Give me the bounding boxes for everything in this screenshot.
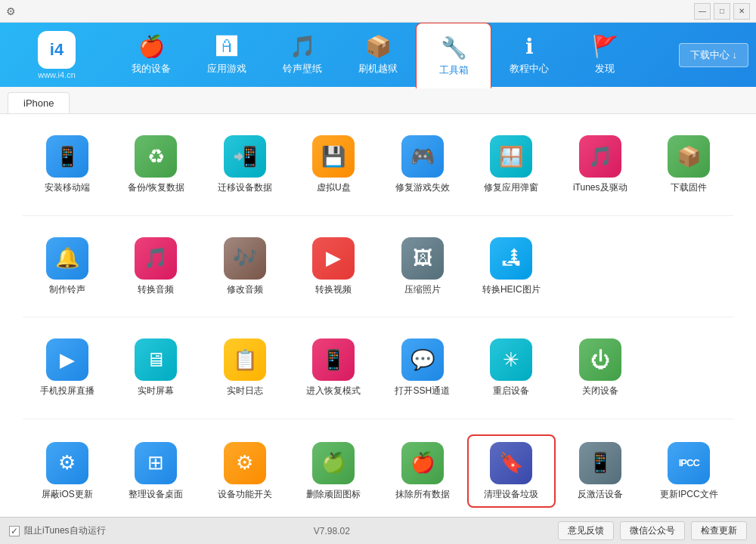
tool-label-organize-desktop: 整理设备桌面	[129, 489, 183, 501]
row-separator-2	[23, 317, 733, 317]
tool-icon-real-log: 📋	[224, 338, 266, 381]
tool-item-convert-video[interactable]: ▶ 转换视频	[290, 231, 379, 302]
tool-label-convert-audio: 转换音频	[138, 284, 174, 296]
download-center-button[interactable]: 下载中心 ↓	[679, 43, 748, 67]
tool-label-download-firmware: 下载固件	[671, 182, 707, 194]
tool-item-edit-audio[interactable]: 🎶 修改音频	[200, 231, 290, 302]
tool-item-organize-desktop[interactable]: ⊞ 整理设备桌面	[112, 434, 201, 508]
tool-item-clean-junk[interactable]: 🔖 清理设备垃圾	[467, 434, 556, 508]
tool-icon-virtual-udisk: 💾	[312, 135, 355, 178]
tool-item-backup-restore[interactable]: ♻ 备份/恢复数据	[112, 129, 201, 200]
tool-item-deactivate[interactable]: 📱 反激活设备	[556, 434, 645, 508]
update-button[interactable]: 检查更新	[691, 521, 747, 540]
tool-item-download-firmware[interactable]: 📦 下载固件	[645, 129, 734, 200]
nav-item-apps[interactable]: 🅰 应用游戏	[189, 23, 265, 87]
nav-label-discover: 发现	[595, 62, 615, 76]
tool-icon-wipe-data: 🍎	[401, 442, 444, 484]
tool-item-virtual-udisk[interactable]: 💾 虚拟U盘	[290, 129, 379, 200]
tool-item-restart-device[interactable]: ✳ 重启设备	[467, 332, 556, 403]
tool-item-fix-game[interactable]: 🎮 修复游戏失效	[378, 129, 467, 200]
nav-item-jailbreak[interactable]: 📦 刷机越狱	[340, 23, 416, 87]
tool-label-compress-photo: 压缩照片	[404, 284, 441, 296]
tool-item-shutdown-device[interactable]: ⏻ 关闭设备	[556, 332, 645, 403]
tool-icon-clean-junk: 🔖	[490, 442, 532, 484]
tool-label-open-ssh: 打开SSH通道	[395, 385, 450, 397]
tool-icon-download-firmware: 📦	[668, 135, 710, 178]
maximize-button[interactable]: □	[714, 3, 730, 20]
device-tab[interactable]: iPhone	[8, 92, 70, 113]
main-content: 📱 安装移动端 ♻ 备份/恢复数据 📲 迁移设备数据 💾 虚拟U盘 🎮 修复游戏…	[0, 114, 756, 517]
tool-label-real-screen: 实时屏幕	[138, 385, 174, 397]
tool-item-compress-photo[interactable]: 🖼 压缩照片	[378, 231, 467, 302]
tool-item-wipe-data[interactable]: 🍎 抹除所有数据	[378, 434, 467, 508]
tool-item-real-screen[interactable]: 🖥 实时屏幕	[112, 332, 201, 403]
tool-label-update-ipcc: 更新IPCC文件	[660, 489, 718, 501]
footer-left: ✓ 阻止iTunes自动运行	[9, 524, 106, 537]
tool-icon-make-ringtone: 🔔	[46, 237, 88, 280]
settings-icon[interactable]: ⚙	[6, 5, 16, 17]
tool-label-deactivate: 反激活设备	[578, 489, 623, 501]
tool-item-real-log[interactable]: 📋 实时日志	[200, 332, 290, 403]
tool-item-device-function[interactable]: ⚙ 设备功能开关	[200, 434, 290, 508]
tool-icon-block-ios-update: ⚙	[46, 442, 88, 484]
logo: i4 www.i4.cn	[8, 31, 106, 79]
tool-label-make-ringtone: 制作铃声	[49, 284, 85, 296]
tool-item-block-ios-update[interactable]: ⚙ 屏蔽iOS更新	[23, 434, 112, 508]
tool-item-open-ssh[interactable]: 💬 打开SSH通道	[378, 332, 467, 403]
tool-label-restart-device: 重启设备	[493, 385, 529, 397]
tool-item-convert-heic[interactable]: 🏞 转换HEIC图片	[467, 231, 556, 302]
tool-grid: 📱 安装移动端 ♻ 备份/恢复数据 📲 迁移设备数据 💾 虚拟U盘 🎮 修复游戏…	[23, 129, 733, 517]
nav-item-discover[interactable]: 🚩 发现	[567, 23, 643, 87]
header: i4 www.i4.cn 🍎 我的设备 🅰 应用游戏 🎵 铃声壁纸 📦 刷机越狱…	[0, 23, 756, 87]
tool-label-itunes-driver: iTunes及驱动	[573, 182, 627, 194]
nav-item-toolbox[interactable]: 🔧 工具箱	[416, 23, 491, 88]
tool-icon-restart-device: ✳	[490, 338, 532, 381]
tool-label-block-ios-update: 屏蔽iOS更新	[42, 489, 93, 501]
nav-item-tutorial[interactable]: ℹ 教程中心	[491, 23, 567, 87]
tool-label-remove-icon: 删除顽固图标	[306, 489, 361, 501]
header-right: 下载中心 ↓	[650, 43, 748, 67]
nav-item-ringtones[interactable]: 🎵 铃声壁纸	[265, 23, 340, 87]
tool-item-itunes-driver[interactable]: 🎵 iTunes及驱动	[556, 129, 645, 200]
tool-icon-screen-cast: ▶	[46, 338, 88, 381]
minimize-button[interactable]: —	[694, 3, 711, 20]
nav-label-jailbreak: 刷机越狱	[358, 62, 398, 76]
tool-item-make-ringtone[interactable]: 🔔 制作铃声	[23, 231, 112, 302]
tool-item-update-ipcc[interactable]: IPCC 更新IPCC文件	[645, 434, 734, 508]
nav-label-ringtones: 铃声壁纸	[283, 62, 322, 76]
tool-icon-edit-audio: 🎶	[224, 237, 266, 280]
tool-label-fix-app: 修复应用弹窗	[484, 182, 538, 194]
tool-icon-real-screen: 🖥	[135, 338, 177, 381]
tool-item-install-app[interactable]: 📱 安装移动端	[23, 129, 112, 200]
tool-item-empty2	[645, 231, 734, 302]
tool-label-shutdown-device: 关闭设备	[582, 385, 618, 397]
tool-label-real-log: 实时日志	[227, 385, 263, 397]
tool-item-migrate-data[interactable]: 📲 迁移设备数据	[200, 129, 290, 200]
itunes-autorun-checkbox[interactable]: ✓	[9, 526, 20, 536]
row-separator-1	[23, 215, 733, 216]
tool-icon-convert-video: ▶	[312, 237, 355, 280]
tool-label-device-function: 设备功能开关	[218, 489, 272, 501]
wechat-button[interactable]: 微信公众号	[620, 521, 685, 540]
tool-label-convert-video: 转换视频	[315, 284, 352, 296]
tool-icon-deactivate: 📱	[579, 442, 621, 484]
title-bar-left: ⚙	[6, 5, 16, 17]
nav-icon-my-device: 🍎	[138, 34, 165, 59]
tool-label-install-app: 安装移动端	[45, 182, 90, 194]
tool-item-remove-icon[interactable]: 🍏 删除顽固图标	[290, 434, 379, 508]
tool-item-convert-audio[interactable]: 🎵 转换音频	[112, 231, 201, 302]
tool-item-recovery-mode[interactable]: 📱 进入恢复模式	[290, 332, 379, 403]
tool-icon-organize-desktop: ⊞	[135, 442, 177, 484]
tool-icon-recovery-mode: 📱	[312, 338, 355, 381]
tool-icon-itunes-driver: 🎵	[579, 135, 621, 178]
nav-item-my-device[interactable]: 🍎 我的设备	[113, 23, 189, 87]
tool-icon-convert-audio: 🎵	[135, 237, 177, 280]
tool-icon-shutdown-device: ⏻	[579, 338, 621, 381]
feedback-button[interactable]: 意见反馈	[558, 521, 614, 540]
tool-item-fix-app[interactable]: 🪟 修复应用弹窗	[467, 129, 556, 200]
logo-icon: i4	[38, 31, 76, 69]
tool-item-screen-cast[interactable]: ▶ 手机投屏直播	[23, 332, 112, 403]
tool-icon-update-ipcc: IPCC	[668, 442, 710, 484]
tool-icon-migrate-data: 📲	[224, 135, 266, 178]
close-button[interactable]: ✕	[733, 3, 750, 20]
